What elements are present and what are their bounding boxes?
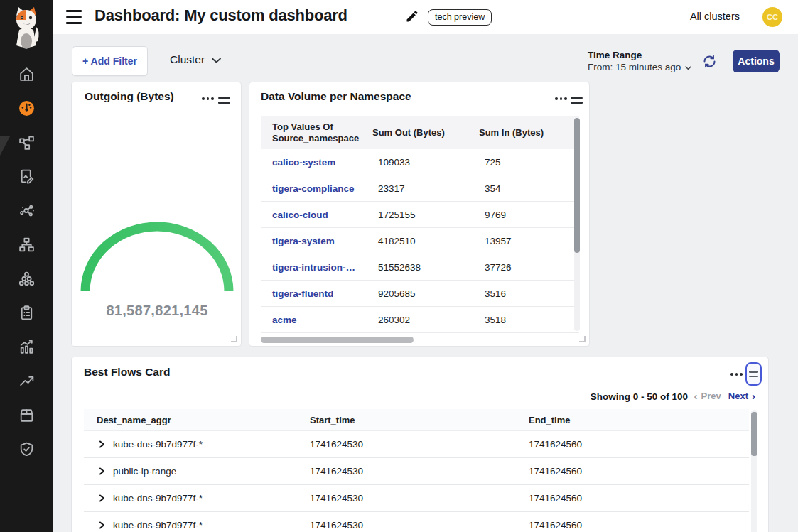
sum-out-cell: 260302 <box>361 315 468 325</box>
namespace-link[interactable]: tigera-system <box>261 236 361 246</box>
cluster-group-icon <box>18 270 36 291</box>
sidebar-item-namespaces[interactable] <box>0 266 53 294</box>
cluster-scope-selector[interactable]: All clusters <box>690 11 740 22</box>
add-filter-button[interactable]: + Add Filter <box>72 46 148 76</box>
card-drag-handle-focused[interactable] <box>745 362 762 386</box>
namespace-link[interactable]: acme <box>261 315 361 325</box>
best-flows-table: Dest_name_aggr Start_time End_time kube-… <box>84 409 749 532</box>
table-row: tigera-system418251013957 <box>261 228 579 254</box>
vertical-scrollbar[interactable] <box>751 412 757 456</box>
expand-chevron-icon[interactable] <box>98 494 106 503</box>
column-header: Top Values Of Source_namespace <box>261 121 361 143</box>
sidebar-item-managed-clusters[interactable] <box>0 232 53 260</box>
card-drag-handle-icon[interactable] <box>571 94 583 107</box>
column-header: Start_time <box>310 415 529 425</box>
table-row: public-ip-range17416245301741624560 <box>84 458 749 485</box>
end-time-cell: 1741624560 <box>529 493 749 504</box>
hamburger-menu-icon[interactable] <box>66 10 82 24</box>
sum-in-cell: 37726 <box>468 262 579 273</box>
calico-cat-logo[interactable] <box>9 6 43 51</box>
card-resize-handle[interactable] <box>579 336 586 342</box>
flow-logs-icon <box>18 168 36 188</box>
sum-out-cell: 109033 <box>361 157 468 168</box>
edit-pencil-icon[interactable] <box>405 9 419 23</box>
dest-name-text: kube-dns-9b7d977f-* <box>113 520 203 531</box>
column-header: Dest_name_aggr <box>84 415 310 425</box>
card-title: Outgoing (Bytes) <box>85 90 174 103</box>
dest-name-text: kube-dns-9b7d977f-* <box>113 439 203 450</box>
dest-name-text: kube-dns-9b7d977f-* <box>113 493 203 504</box>
best-flows-table-body: kube-dns-9b7d977f-*17416245301741624560p… <box>84 431 749 532</box>
network-nodes-icon <box>18 202 36 222</box>
tech-preview-badge: tech preview <box>428 9 492 26</box>
sidebar-item-network-sets[interactable] <box>0 197 53 226</box>
actions-button[interactable]: Actions <box>733 50 780 72</box>
sum-in-cell: 725 <box>468 157 579 168</box>
dest-name-cell: kube-dns-9b7d977f-* <box>84 439 310 450</box>
table-row: tigera-intrusion-d…5155263837726 <box>261 254 579 281</box>
table-row: acme2603023518 <box>261 307 579 333</box>
time-range-label: Time Range <box>588 50 691 60</box>
sidebar-item-reports[interactable] <box>0 334 53 362</box>
table-row: kube-dns-9b7d977f-*17416245301741624560 <box>84 431 749 458</box>
sidebar-item-home[interactable] <box>0 61 53 89</box>
column-header: End_time <box>529 415 749 425</box>
namespace-link[interactable]: calico-cloud <box>261 210 361 220</box>
card-drag-handle-icon[interactable] <box>218 94 230 107</box>
page-title: Dashboard: My custom dashboard <box>95 6 347 25</box>
chevron-right-icon: › <box>752 391 755 401</box>
namespace-link[interactable]: tigera-fluentd <box>261 288 361 299</box>
expand-chevron-icon[interactable] <box>98 440 106 449</box>
sum-in-cell: 13957 <box>468 236 579 246</box>
package-box-icon <box>18 406 36 427</box>
end-time-cell: 1741624560 <box>529 520 749 531</box>
sidebar-item-service-graph[interactable] <box>0 129 53 158</box>
home-icon <box>18 65 36 86</box>
refresh-icon[interactable] <box>702 54 717 69</box>
chevron-down-icon <box>685 62 691 72</box>
column-header: Sum Out (Bytes) <box>361 127 468 139</box>
sidebar-item-workloads[interactable] <box>0 402 53 430</box>
start-time-cell: 1741624530 <box>310 520 529 531</box>
card-menu-icon[interactable] <box>729 370 744 379</box>
sum-out-cell: 51552638 <box>361 262 468 273</box>
sum-out-cell: 23317 <box>361 183 468 194</box>
clipboard-policies-icon <box>18 304 36 325</box>
chevron-down-icon <box>212 53 221 66</box>
cluster-dropdown[interactable]: Cluster <box>170 53 221 66</box>
outgoing-bytes-card: Outgoing (Bytes) 81,587,821,145 <box>71 82 242 347</box>
card-title: Data Volume per Namespace <box>261 90 411 103</box>
sidebar-item-dashboards[interactable] <box>0 95 53 124</box>
card-title: Best Flows Card <box>84 366 170 379</box>
expand-chevron-icon[interactable] <box>98 521 106 530</box>
card-menu-icon[interactable] <box>554 94 568 103</box>
expand-chevron-icon[interactable] <box>98 467 106 476</box>
best-flows-card: Best Flows Card Showing 0 - 50 of 100 ‹ … <box>71 357 769 532</box>
dest-name-cell: kube-dns-9b7d977f-* <box>84 520 310 531</box>
table-row: kube-dns-9b7d977f-*17416245301741624560 <box>84 512 749 532</box>
dest-name-cell: public-ip-range <box>84 466 310 477</box>
vertical-scrollbar[interactable] <box>574 118 580 253</box>
sidebar-item-threat-feeds[interactable] <box>0 368 53 396</box>
data-volume-table: Top Values Of Source_namespace Sum Out (… <box>261 116 579 333</box>
sidebar-item-security[interactable] <box>0 436 53 465</box>
avatar[interactable]: CC <box>762 7 782 27</box>
namespace-link[interactable]: tigera-compliance <box>261 183 361 194</box>
horizontal-scrollbar[interactable] <box>261 337 414 343</box>
sidebar <box>0 0 53 532</box>
prev-page-button[interactable]: ‹ Prev <box>694 391 721 401</box>
card-menu-icon[interactable] <box>200 94 215 103</box>
namespace-link[interactable]: tigera-intrusion-d… <box>261 262 361 273</box>
cluster-dropdown-label: Cluster <box>170 53 205 66</box>
data-volume-card: Data Volume per Namespace Top Values Of … <box>249 82 590 347</box>
next-page-button[interactable]: Next › <box>728 391 755 401</box>
chevron-left-icon: ‹ <box>694 391 698 401</box>
namespace-link[interactable]: calico-system <box>261 157 361 168</box>
card-resize-handle[interactable] <box>231 336 237 342</box>
sidebar-item-flow-logs[interactable] <box>0 163 53 192</box>
sidebar-item-policies[interactable] <box>0 300 53 328</box>
time-range-value[interactable]: From: 15 minutes ago <box>588 62 691 72</box>
gauge-chart <box>80 222 234 295</box>
dashboard-gauge-icon <box>18 99 36 120</box>
table-row: kube-dns-9b7d977f-*17416245301741624560 <box>84 485 749 512</box>
